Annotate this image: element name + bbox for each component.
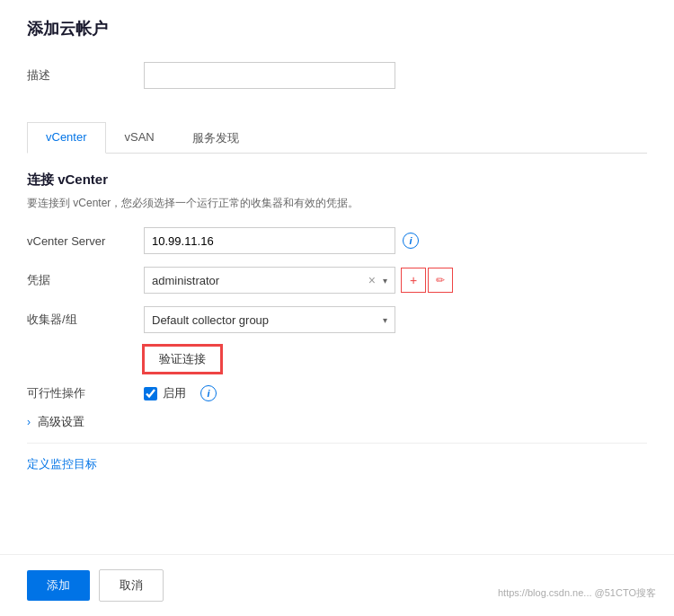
dialog-header: 添加云帐户 [0,0,674,53]
advanced-settings-row[interactable]: › 高级设置 [27,414,647,430]
vcenter-section-desc: 要连接到 vCenter，您必须选择一个运行正常的收集器和有效的凭据。 [27,196,647,211]
enable-label: 启用 [163,385,186,401]
collector-control: Default collector group ▾ [144,306,647,333]
advanced-label: 高级设置 [38,414,84,430]
dialog-container: 添加云帐户 描述 vCenter vSAN 服务发现 连接 vCenter 要连… [0,0,674,616]
feasibility-row: 可行性操作 启用 i [27,385,647,401]
credential-dropdown-icon[interactable]: ▾ [379,276,391,286]
feasibility-info-icon[interactable]: i [200,385,217,401]
verify-connection-button[interactable]: 验证连接 [144,346,221,373]
tab-vsan[interactable]: vSAN [106,122,173,154]
vcenter-server-control: i [144,227,647,254]
vcenter-server-label: vCenter Server [27,234,144,248]
feasibility-control: 启用 i [144,385,647,401]
monitor-target-link[interactable]: 定义监控目标 [27,457,97,471]
vcenter-section-title: 连接 vCenter [27,172,647,189]
credential-row: 凭据 administrator × ▾ + ✏ [27,267,647,294]
collector-label: 收集器/组 [27,312,144,328]
collector-row: 收集器/组 Default collector group ▾ [27,306,647,333]
credential-add-button[interactable]: + [401,268,426,293]
collector-dropdown-icon[interactable]: ▾ [379,315,391,325]
description-row: 描述 [27,62,647,89]
chevron-right-icon: › [27,416,31,428]
enable-checkbox[interactable] [144,387,157,400]
credential-actions: + ✏ [399,268,453,293]
credential-clear-icon[interactable]: × [365,273,379,287]
vcenter-server-input[interactable] [144,227,395,254]
dialog-title: 添加云帐户 [27,18,647,40]
credential-select[interactable]: administrator × ▾ [144,267,395,294]
description-label: 描述 [27,67,144,84]
dialog-body: 描述 vCenter vSAN 服务发现 连接 vCenter 要连接到 vCe… [0,53,674,490]
credential-value: administrator [152,274,365,287]
collector-select[interactable]: Default collector group ▾ [144,306,395,333]
vcenter-server-row: vCenter Server i [27,227,647,254]
watermark: https://blog.csdn.ne... @51CTO搜客 [498,586,656,600]
vcenter-section: 连接 vCenter 要连接到 vCenter，您必须选择一个运行正常的收集器和… [27,172,647,472]
dialog-footer: 添加 取消 https://blog.csdn.ne... @51CTO搜客 [0,554,674,616]
add-button[interactable]: 添加 [27,570,90,601]
credential-label: 凭据 [27,272,144,288]
credential-edit-button[interactable]: ✏ [428,268,453,293]
tab-service-discovery[interactable]: 服务发现 [173,122,258,154]
enable-wrap: 启用 i [144,385,217,401]
credential-control: administrator × ▾ + ✏ [144,267,647,294]
feasibility-label: 可行性操作 [27,385,144,401]
tab-vcenter[interactable]: vCenter [27,122,106,154]
collector-value: Default collector group [152,313,379,327]
vcenter-server-info-icon[interactable]: i [403,233,419,249]
verify-btn-wrap: 验证连接 [144,346,647,373]
description-control [144,62,647,89]
tabs-container: vCenter vSAN 服务发现 [27,121,647,154]
description-input[interactable] [144,62,395,89]
cancel-button[interactable]: 取消 [99,569,164,602]
divider [27,443,647,444]
